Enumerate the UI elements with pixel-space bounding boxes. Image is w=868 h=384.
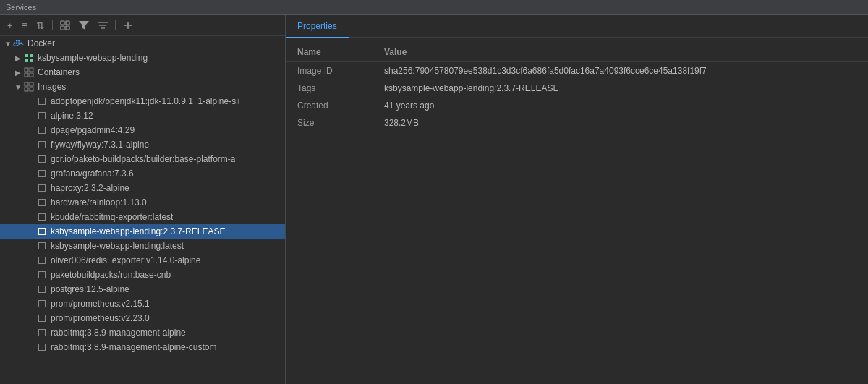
right-panel: Properties Name Value Image IDsha256:790… xyxy=(286,15,868,384)
img-oliver-label: oliver006/redis_exporter:v1.14.0-alpine xyxy=(51,255,200,265)
tree-item-img-haproxy[interactable]: haproxy:2.3.2-alpine xyxy=(0,181,285,195)
image-icon-selected xyxy=(36,226,48,237)
property-name: Image ID xyxy=(286,62,373,80)
property-value: ksbysample-webapp-lending:2.3.7-RELEASE xyxy=(373,80,868,97)
property-row: Created41 years ago xyxy=(286,97,868,114)
svg-rect-38 xyxy=(39,243,46,249)
filter3-button[interactable] xyxy=(95,20,111,31)
property-name: Size xyxy=(286,114,373,132)
img-haproxy-label: haproxy:2.3.2-alpine xyxy=(51,183,129,193)
collapse-all-button[interactable]: ⇅ xyxy=(33,18,48,33)
property-name: Created xyxy=(286,97,373,114)
img-dpage-label: dpage/pgadmin4:4.29 xyxy=(51,125,135,135)
tree-item-img-dpage[interactable]: dpage/pgadmin4:4.29 xyxy=(0,123,285,137)
svg-rect-30 xyxy=(39,127,46,134)
img-adoptopen-label: adoptopenjdk/openjdk11:jdk-11.0.9.1_1-al… xyxy=(51,96,240,106)
tree-item-img-prom1[interactable]: prom/prometheus:v2.15.1 xyxy=(0,296,285,311)
property-value: 41 years ago xyxy=(373,97,868,114)
tree-area[interactable]: ▼ Docker ▶ xyxy=(0,36,285,384)
containers-icon xyxy=(23,67,35,78)
property-row: Size328.2MB xyxy=(286,114,868,132)
tree-item-webapp[interactable]: ▶ ksbysample-webapp-lending xyxy=(0,51,285,65)
tree-item-docker[interactable]: ▼ Docker xyxy=(0,36,285,51)
image-icon xyxy=(36,168,48,179)
tree-item-img-rabbit1[interactable]: rabbitmq:3.8.9-management-alpine xyxy=(0,325,285,340)
tree-item-img-paketo[interactable]: paketobuildpacks/run:base-cnb xyxy=(0,268,285,282)
left-panel: + ≡ ⇅ xyxy=(0,15,286,384)
svg-rect-14 xyxy=(16,40,17,41)
tree-item-images[interactable]: ▼ Images xyxy=(0,80,285,94)
image-icon xyxy=(36,95,48,107)
svg-rect-17 xyxy=(30,54,33,57)
img-ksbylat-label: ksbysample-webapp-lending:latest xyxy=(51,241,184,251)
img-rabbit2-label: rabbitmq:3.8.9-management-alpine-custom xyxy=(51,342,216,352)
containers-label: Containers xyxy=(38,67,80,77)
expand-all-button[interactable]: ≡ xyxy=(19,18,30,33)
tree-item-img-hardware[interactable]: hardware/rainloop:1.13.0 xyxy=(0,195,285,210)
tree-item-img-postgres[interactable]: postgres:12.5-alpine xyxy=(0,282,285,296)
tree-item-containers[interactable]: ▶ Containers xyxy=(0,65,285,80)
svg-rect-33 xyxy=(39,171,46,177)
main-area: + ≡ ⇅ xyxy=(0,15,868,384)
tree-item-img-grafana[interactable]: grafana/grafana:7.3.6 xyxy=(0,166,285,181)
tree-item-img-flyway[interactable]: flyway/flyway:7.3.1-alpine xyxy=(0,137,285,152)
tree-item-img-oliver[interactable]: oliver006/redis_exporter:v1.14.0-alpine xyxy=(0,253,285,268)
svg-rect-31 xyxy=(39,142,46,148)
properties-area: Name Value Image IDsha256:7904578079ee53… xyxy=(286,38,868,384)
images-label: Images xyxy=(38,82,66,92)
svg-rect-10 xyxy=(14,42,15,43)
images-icon xyxy=(23,81,35,93)
tree-item-img-alpine[interactable]: alpine:3.12 xyxy=(0,108,285,123)
tree-item-img-ksbylat[interactable]: ksbysample-webapp-lending:latest xyxy=(0,239,285,253)
tree-item-img-ksbyrelease[interactable]: ksbysample-webapp-lending:2.3.7-RELEASE xyxy=(0,224,285,239)
tab-bar: Properties xyxy=(286,15,868,38)
tree-item-img-gcrio[interactable]: gcr.io/paketo-buildpacks/builder:base-pl… xyxy=(0,152,285,166)
svg-rect-3 xyxy=(66,26,69,30)
svg-rect-44 xyxy=(39,330,46,336)
img-prom2-label: prom/prometheus:v2.23.0 xyxy=(51,313,150,323)
tree-item-img-prom2[interactable]: prom/prometheus:v2.23.0 xyxy=(0,311,285,325)
tree-item-img-kbudde[interactable]: kbudde/rabbitmq-exporter:latest xyxy=(0,210,285,224)
toolbar-separator-2 xyxy=(115,20,116,30)
img-rabbit1-label: rabbitmq:3.8.9-management-alpine xyxy=(51,328,186,338)
filter2-button[interactable] xyxy=(76,20,92,31)
svg-rect-23 xyxy=(30,73,33,77)
svg-rect-39 xyxy=(39,257,46,264)
svg-rect-18 xyxy=(25,59,28,62)
svg-rect-28 xyxy=(39,98,46,105)
arrow-docker: ▼ xyxy=(3,40,13,48)
toolbar-separator-1 xyxy=(52,20,53,30)
svg-rect-19 xyxy=(30,59,33,62)
image-icon xyxy=(36,211,48,223)
tree-item-img-rabbit2[interactable]: rabbitmq:3.8.9-management-alpine-custom xyxy=(0,340,285,354)
image-icon xyxy=(36,139,48,150)
svg-rect-16 xyxy=(25,54,28,57)
image-icon xyxy=(36,255,48,266)
img-kbudde-label: kbudde/rabbitmq-exporter:latest xyxy=(51,212,173,222)
svg-rect-26 xyxy=(25,88,28,91)
image-icon xyxy=(36,240,48,252)
image-icon xyxy=(36,298,48,310)
image-icon xyxy=(36,197,48,208)
svg-rect-2 xyxy=(61,26,64,30)
img-paketo-label: paketobuildpacks/run:base-cnb xyxy=(51,270,171,280)
tab-properties[interactable]: Properties xyxy=(286,15,349,38)
add-button[interactable]: + xyxy=(4,19,16,33)
svg-rect-40 xyxy=(39,272,46,278)
svg-rect-22 xyxy=(25,73,28,77)
image-icon xyxy=(36,283,48,295)
filter1-button[interactable] xyxy=(57,19,73,32)
image-icon xyxy=(36,341,48,353)
property-row: Tagsksbysample-webapp-lending:2.3.7-RELE… xyxy=(286,80,868,97)
img-prom1-label: prom/prometheus:v2.15.1 xyxy=(51,299,150,309)
service-icon xyxy=(23,52,35,64)
title-bar: Services xyxy=(0,0,868,15)
svg-rect-27 xyxy=(30,88,33,91)
svg-rect-41 xyxy=(39,286,46,293)
svg-rect-43 xyxy=(39,315,46,322)
tree-item-img-adoptopen[interactable]: adoptopenjdk/openjdk11:jdk-11.0.9.1_1-al… xyxy=(0,94,285,108)
add2-button[interactable] xyxy=(120,19,136,32)
svg-marker-4 xyxy=(79,21,89,30)
img-alpine-label: alpine:3.12 xyxy=(51,111,93,121)
docker-icon xyxy=(13,38,25,49)
